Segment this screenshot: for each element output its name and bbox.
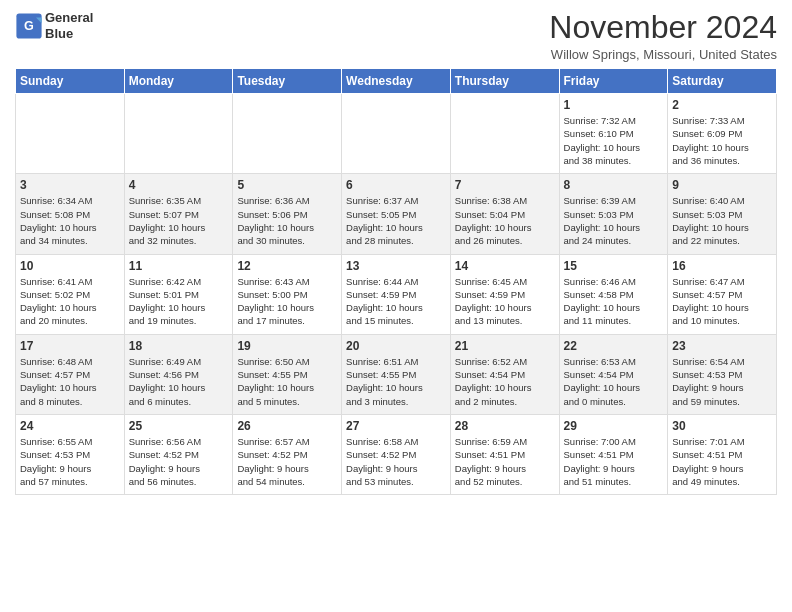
day-number: 27 bbox=[346, 419, 446, 433]
col-header-wednesday: Wednesday bbox=[342, 69, 451, 94]
col-header-saturday: Saturday bbox=[668, 69, 777, 94]
day-cell: 8Sunrise: 6:39 AM Sunset: 5:03 PM Daylig… bbox=[559, 174, 668, 254]
svg-text:G: G bbox=[24, 19, 34, 33]
day-number: 13 bbox=[346, 259, 446, 273]
day-info: Sunrise: 7:32 AM Sunset: 6:10 PM Dayligh… bbox=[564, 114, 664, 167]
day-info: Sunrise: 6:48 AM Sunset: 4:57 PM Dayligh… bbox=[20, 355, 120, 408]
day-cell: 11Sunrise: 6:42 AM Sunset: 5:01 PM Dayli… bbox=[124, 254, 233, 334]
day-info: Sunrise: 6:42 AM Sunset: 5:01 PM Dayligh… bbox=[129, 275, 229, 328]
day-number: 24 bbox=[20, 419, 120, 433]
day-cell bbox=[450, 94, 559, 174]
day-cell: 29Sunrise: 7:00 AM Sunset: 4:51 PM Dayli… bbox=[559, 414, 668, 494]
day-cell: 2Sunrise: 7:33 AM Sunset: 6:09 PM Daylig… bbox=[668, 94, 777, 174]
day-info: Sunrise: 6:57 AM Sunset: 4:52 PM Dayligh… bbox=[237, 435, 337, 488]
day-info: Sunrise: 6:35 AM Sunset: 5:07 PM Dayligh… bbox=[129, 194, 229, 247]
day-cell: 26Sunrise: 6:57 AM Sunset: 4:52 PM Dayli… bbox=[233, 414, 342, 494]
day-number: 12 bbox=[237, 259, 337, 273]
day-cell: 21Sunrise: 6:52 AM Sunset: 4:54 PM Dayli… bbox=[450, 334, 559, 414]
day-cell: 23Sunrise: 6:54 AM Sunset: 4:53 PM Dayli… bbox=[668, 334, 777, 414]
day-cell: 13Sunrise: 6:44 AM Sunset: 4:59 PM Dayli… bbox=[342, 254, 451, 334]
col-header-monday: Monday bbox=[124, 69, 233, 94]
day-info: Sunrise: 6:41 AM Sunset: 5:02 PM Dayligh… bbox=[20, 275, 120, 328]
month-title: November 2024 bbox=[549, 10, 777, 45]
day-cell: 12Sunrise: 6:43 AM Sunset: 5:00 PM Dayli… bbox=[233, 254, 342, 334]
day-info: Sunrise: 6:46 AM Sunset: 4:58 PM Dayligh… bbox=[564, 275, 664, 328]
day-cell: 16Sunrise: 6:47 AM Sunset: 4:57 PM Dayli… bbox=[668, 254, 777, 334]
day-info: Sunrise: 6:44 AM Sunset: 4:59 PM Dayligh… bbox=[346, 275, 446, 328]
day-info: Sunrise: 6:37 AM Sunset: 5:05 PM Dayligh… bbox=[346, 194, 446, 247]
logo-icon: G bbox=[15, 12, 43, 40]
day-cell: 19Sunrise: 6:50 AM Sunset: 4:55 PM Dayli… bbox=[233, 334, 342, 414]
week-row-1: 1Sunrise: 7:32 AM Sunset: 6:10 PM Daylig… bbox=[16, 94, 777, 174]
day-info: Sunrise: 6:52 AM Sunset: 4:54 PM Dayligh… bbox=[455, 355, 555, 408]
day-cell: 17Sunrise: 6:48 AM Sunset: 4:57 PM Dayli… bbox=[16, 334, 125, 414]
day-number: 1 bbox=[564, 98, 664, 112]
week-row-5: 24Sunrise: 6:55 AM Sunset: 4:53 PM Dayli… bbox=[16, 414, 777, 494]
day-number: 5 bbox=[237, 178, 337, 192]
day-info: Sunrise: 7:00 AM Sunset: 4:51 PM Dayligh… bbox=[564, 435, 664, 488]
day-cell: 10Sunrise: 6:41 AM Sunset: 5:02 PM Dayli… bbox=[16, 254, 125, 334]
day-number: 18 bbox=[129, 339, 229, 353]
day-number: 20 bbox=[346, 339, 446, 353]
day-cell: 7Sunrise: 6:38 AM Sunset: 5:04 PM Daylig… bbox=[450, 174, 559, 254]
day-cell: 20Sunrise: 6:51 AM Sunset: 4:55 PM Dayli… bbox=[342, 334, 451, 414]
week-row-3: 10Sunrise: 6:41 AM Sunset: 5:02 PM Dayli… bbox=[16, 254, 777, 334]
day-info: Sunrise: 6:53 AM Sunset: 4:54 PM Dayligh… bbox=[564, 355, 664, 408]
day-info: Sunrise: 6:40 AM Sunset: 5:03 PM Dayligh… bbox=[672, 194, 772, 247]
day-number: 14 bbox=[455, 259, 555, 273]
calendar-header-row: SundayMondayTuesdayWednesdayThursdayFrid… bbox=[16, 69, 777, 94]
day-number: 10 bbox=[20, 259, 120, 273]
day-number: 23 bbox=[672, 339, 772, 353]
day-number: 21 bbox=[455, 339, 555, 353]
day-number: 19 bbox=[237, 339, 337, 353]
week-row-4: 17Sunrise: 6:48 AM Sunset: 4:57 PM Dayli… bbox=[16, 334, 777, 414]
col-header-friday: Friday bbox=[559, 69, 668, 94]
day-cell: 25Sunrise: 6:56 AM Sunset: 4:52 PM Dayli… bbox=[124, 414, 233, 494]
day-info: Sunrise: 6:59 AM Sunset: 4:51 PM Dayligh… bbox=[455, 435, 555, 488]
title-block: November 2024 Willow Springs, Missouri, … bbox=[549, 10, 777, 62]
day-info: Sunrise: 6:50 AM Sunset: 4:55 PM Dayligh… bbox=[237, 355, 337, 408]
day-info: Sunrise: 6:36 AM Sunset: 5:06 PM Dayligh… bbox=[237, 194, 337, 247]
day-number: 8 bbox=[564, 178, 664, 192]
day-number: 22 bbox=[564, 339, 664, 353]
day-info: Sunrise: 6:47 AM Sunset: 4:57 PM Dayligh… bbox=[672, 275, 772, 328]
day-cell: 15Sunrise: 6:46 AM Sunset: 4:58 PM Dayli… bbox=[559, 254, 668, 334]
day-number: 16 bbox=[672, 259, 772, 273]
day-cell: 3Sunrise: 6:34 AM Sunset: 5:08 PM Daylig… bbox=[16, 174, 125, 254]
logo: G General Blue bbox=[15, 10, 93, 41]
day-cell: 27Sunrise: 6:58 AM Sunset: 4:52 PM Dayli… bbox=[342, 414, 451, 494]
week-row-2: 3Sunrise: 6:34 AM Sunset: 5:08 PM Daylig… bbox=[16, 174, 777, 254]
day-cell: 5Sunrise: 6:36 AM Sunset: 5:06 PM Daylig… bbox=[233, 174, 342, 254]
day-info: Sunrise: 6:34 AM Sunset: 5:08 PM Dayligh… bbox=[20, 194, 120, 247]
day-info: Sunrise: 6:38 AM Sunset: 5:04 PM Dayligh… bbox=[455, 194, 555, 247]
day-info: Sunrise: 6:49 AM Sunset: 4:56 PM Dayligh… bbox=[129, 355, 229, 408]
col-header-thursday: Thursday bbox=[450, 69, 559, 94]
day-cell: 28Sunrise: 6:59 AM Sunset: 4:51 PM Dayli… bbox=[450, 414, 559, 494]
day-cell: 18Sunrise: 6:49 AM Sunset: 4:56 PM Dayli… bbox=[124, 334, 233, 414]
day-info: Sunrise: 6:43 AM Sunset: 5:00 PM Dayligh… bbox=[237, 275, 337, 328]
col-header-sunday: Sunday bbox=[16, 69, 125, 94]
day-cell: 1Sunrise: 7:32 AM Sunset: 6:10 PM Daylig… bbox=[559, 94, 668, 174]
day-cell: 9Sunrise: 6:40 AM Sunset: 5:03 PM Daylig… bbox=[668, 174, 777, 254]
day-number: 4 bbox=[129, 178, 229, 192]
day-info: Sunrise: 7:01 AM Sunset: 4:51 PM Dayligh… bbox=[672, 435, 772, 488]
day-number: 7 bbox=[455, 178, 555, 192]
page-header: G General Blue November 2024 Willow Spri… bbox=[15, 10, 777, 62]
day-cell: 30Sunrise: 7:01 AM Sunset: 4:51 PM Dayli… bbox=[668, 414, 777, 494]
day-number: 2 bbox=[672, 98, 772, 112]
day-number: 15 bbox=[564, 259, 664, 273]
day-info: Sunrise: 6:39 AM Sunset: 5:03 PM Dayligh… bbox=[564, 194, 664, 247]
day-info: Sunrise: 6:55 AM Sunset: 4:53 PM Dayligh… bbox=[20, 435, 120, 488]
calendar-table: SundayMondayTuesdayWednesdayThursdayFrid… bbox=[15, 68, 777, 495]
day-info: Sunrise: 6:56 AM Sunset: 4:52 PM Dayligh… bbox=[129, 435, 229, 488]
day-number: 17 bbox=[20, 339, 120, 353]
col-header-tuesday: Tuesday bbox=[233, 69, 342, 94]
day-cell bbox=[124, 94, 233, 174]
day-cell bbox=[342, 94, 451, 174]
location: Willow Springs, Missouri, United States bbox=[549, 47, 777, 62]
day-info: Sunrise: 6:54 AM Sunset: 4:53 PM Dayligh… bbox=[672, 355, 772, 408]
day-info: Sunrise: 6:45 AM Sunset: 4:59 PM Dayligh… bbox=[455, 275, 555, 328]
day-number: 26 bbox=[237, 419, 337, 433]
day-info: Sunrise: 7:33 AM Sunset: 6:09 PM Dayligh… bbox=[672, 114, 772, 167]
logo-text: General Blue bbox=[45, 10, 93, 41]
